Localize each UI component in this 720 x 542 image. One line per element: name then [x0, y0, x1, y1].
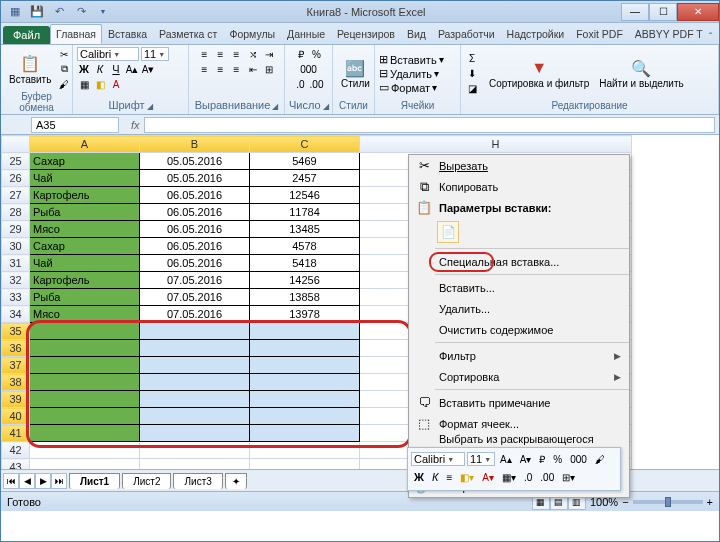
- cell[interactable]: 5469: [250, 153, 360, 170]
- tab-developer[interactable]: Разработчи: [432, 24, 501, 44]
- mini-currency-icon[interactable]: ₽: [536, 451, 548, 467]
- cell[interactable]: 11784: [250, 204, 360, 221]
- cell[interactable]: 5418: [250, 255, 360, 272]
- mini-grow-icon[interactable]: A▴: [497, 451, 515, 467]
- tab-nav-first[interactable]: ⏮: [3, 473, 19, 489]
- font-size-combo[interactable]: 11▼: [141, 47, 169, 61]
- row-header[interactable]: 33: [2, 289, 30, 306]
- cell-selected[interactable]: [30, 374, 140, 391]
- cell-selected[interactable]: [140, 323, 250, 340]
- cell[interactable]: 05.05.2016: [140, 170, 250, 187]
- col-header-b[interactable]: B: [140, 136, 250, 153]
- file-tab[interactable]: Файл: [3, 26, 50, 44]
- tab-nav-next[interactable]: ▶: [35, 473, 51, 489]
- cells-format-button[interactable]: ▭Формат ▾: [379, 81, 444, 94]
- cell-selected[interactable]: [140, 340, 250, 357]
- font-color-icon[interactable]: A: [109, 77, 123, 91]
- cell-selected[interactable]: [30, 425, 140, 442]
- cell-selected[interactable]: [250, 340, 360, 357]
- font-name-combo[interactable]: Calibri▼: [77, 47, 139, 61]
- copy-icon[interactable]: ⧉: [57, 62, 71, 76]
- col-header-h[interactable]: H: [360, 136, 632, 153]
- tab-insert[interactable]: Вставка: [102, 24, 153, 44]
- row-header[interactable]: 35: [2, 323, 30, 340]
- row-header[interactable]: 40: [2, 408, 30, 425]
- qat-dropdown-icon[interactable]: ▼: [95, 4, 111, 20]
- sheet-tab-1[interactable]: Лист1: [69, 473, 120, 489]
- mini-shrink-icon[interactable]: A▾: [517, 451, 535, 467]
- sheet-tab-3[interactable]: Лист3: [173, 473, 222, 489]
- ctx-paste-special[interactable]: Специальная вставка...: [409, 251, 629, 272]
- grow-font-icon[interactable]: A▴: [125, 62, 139, 76]
- comma-icon[interactable]: 000: [302, 62, 316, 76]
- fill-color-icon[interactable]: ◧: [93, 77, 107, 91]
- cell[interactable]: Мясо: [30, 221, 140, 238]
- find-select-button[interactable]: 🔍 Найти и выделить: [595, 56, 687, 91]
- row-header[interactable]: 34: [2, 306, 30, 323]
- formula-bar[interactable]: [144, 117, 715, 133]
- cell-selected[interactable]: [140, 374, 250, 391]
- cell-selected[interactable]: [250, 391, 360, 408]
- cell[interactable]: 06.05.2016: [140, 255, 250, 272]
- cell[interactable]: Чай: [30, 170, 140, 187]
- cell[interactable]: [30, 459, 140, 470]
- redo-icon[interactable]: ↷: [73, 4, 89, 20]
- tab-foxit[interactable]: Foxit PDF: [570, 24, 629, 44]
- cell[interactable]: [250, 459, 360, 470]
- cell[interactable]: Сахар: [30, 153, 140, 170]
- cell[interactable]: Сахар: [30, 238, 140, 255]
- row-header[interactable]: 30: [2, 238, 30, 255]
- align-right-icon[interactable]: ≡: [230, 62, 244, 76]
- cell[interactable]: Мясо: [30, 306, 140, 323]
- mini-incdec-icon[interactable]: .0: [521, 469, 535, 485]
- align-bot-icon[interactable]: ≡: [230, 47, 244, 61]
- minimize-ribbon-icon[interactable]: ˆ: [709, 31, 713, 44]
- inc-decimal-icon[interactable]: .0: [294, 77, 308, 91]
- align-mid-icon[interactable]: ≡: [214, 47, 228, 61]
- row-header[interactable]: 38: [2, 374, 30, 391]
- row-header[interactable]: 37: [2, 357, 30, 374]
- undo-icon[interactable]: ↶: [51, 4, 67, 20]
- cell[interactable]: Картофель: [30, 187, 140, 204]
- format-painter-icon[interactable]: 🖌: [57, 77, 71, 91]
- cell[interactable]: [140, 442, 250, 459]
- ctx-clear[interactable]: Очистить содержимое: [409, 319, 629, 340]
- cell[interactable]: [30, 442, 140, 459]
- mini-fill-icon[interactable]: ◧▾: [457, 469, 477, 485]
- name-box[interactable]: A35: [31, 117, 119, 133]
- cell-selected[interactable]: [250, 425, 360, 442]
- row-header[interactable]: 42: [2, 442, 30, 459]
- mini-border-icon[interactable]: ▦▾: [499, 469, 519, 485]
- ctx-comment[interactable]: 🗨Вставить примечание: [409, 392, 629, 413]
- autosum-icon[interactable]: Σ: [465, 52, 479, 66]
- cell[interactable]: Картофель: [30, 272, 140, 289]
- cell-selected[interactable]: [250, 323, 360, 340]
- mini-italic-icon[interactable]: К: [429, 469, 441, 485]
- ctx-delete[interactable]: Удалить...: [409, 298, 629, 319]
- tab-formulas[interactable]: Формулы: [223, 24, 281, 44]
- cell[interactable]: Рыба: [30, 289, 140, 306]
- clear-icon[interactable]: ◪: [465, 82, 479, 96]
- cell-selected[interactable]: [250, 374, 360, 391]
- cell[interactable]: 06.05.2016: [140, 187, 250, 204]
- mini-format-painter-icon[interactable]: 🖌: [592, 451, 608, 467]
- cell-selected[interactable]: [140, 425, 250, 442]
- tab-layout[interactable]: Разметка ст: [153, 24, 223, 44]
- sheet-tab-2[interactable]: Лист2: [122, 473, 171, 489]
- ctx-insert[interactable]: Вставить...: [409, 277, 629, 298]
- border-icon[interactable]: ▦: [77, 77, 91, 91]
- cell[interactable]: Рыба: [30, 204, 140, 221]
- row-header[interactable]: 43: [2, 459, 30, 470]
- tab-view[interactable]: Вид: [401, 24, 432, 44]
- mini-bold-icon[interactable]: Ж: [411, 469, 427, 485]
- close-button[interactable]: ✕: [677, 3, 719, 21]
- zoom-in-button[interactable]: +: [707, 496, 713, 508]
- align-top-icon[interactable]: ≡: [198, 47, 212, 61]
- underline-icon[interactable]: Ч: [109, 62, 123, 76]
- mini-align-icon[interactable]: ≡: [443, 469, 455, 485]
- col-header-c[interactable]: C: [250, 136, 360, 153]
- percent-icon[interactable]: %: [310, 47, 324, 61]
- ctx-copy[interactable]: ⧉Копировать: [409, 176, 629, 197]
- row-header[interactable]: 39: [2, 391, 30, 408]
- cell-selected[interactable]: [140, 391, 250, 408]
